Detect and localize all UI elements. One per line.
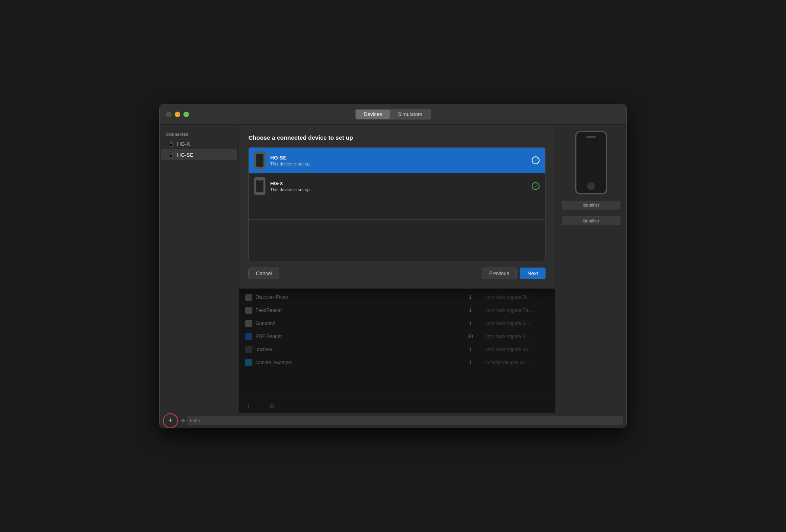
device-name-hg-se: HG-SE — [270, 155, 527, 161]
modal-footer: Cancel Previous Next — [248, 268, 546, 279]
devices-tab[interactable]: Devices — [356, 110, 390, 119]
traffic-lights — [166, 112, 189, 117]
device-info-hg-x: HG-X This device is set up. — [270, 180, 527, 192]
sidebar-item-hg-se[interactable]: 📱 HG-SE — [161, 149, 237, 160]
empty-row-3 — [249, 240, 545, 261]
modal-title: Choose a connected device to set up — [248, 134, 546, 141]
close-button[interactable] — [166, 112, 172, 117]
titlebar: Devices Simulators — [160, 104, 626, 125]
next-button[interactable]: Next — [520, 268, 546, 279]
device-info-hg-se: HG-SE This device is set up. — [270, 155, 527, 166]
identifier-box-top: Identifier — [562, 201, 620, 209]
bottom-bar: + ⊜ — [160, 413, 626, 428]
add-button-circle[interactable]: + — [163, 413, 178, 428]
connected-section-label: Connected — [160, 129, 238, 138]
empty-row-2 — [249, 220, 545, 240]
main-content: Connected 📱 HG-X 📱 HG-SE Choose a connec… — [160, 125, 626, 413]
btn-group-right: Previous Next — [482, 268, 546, 279]
sidebar-item-label-hg-se: HG-SE — [177, 152, 193, 158]
filter-icon: ⊜ — [181, 418, 185, 424]
phone-icon-hg-se: 📱 — [168, 152, 174, 158]
modal-overlay: Choose a connected device to set up HG-S… — [239, 125, 555, 413]
device-row-hg-x[interactable]: HG-X This device is set up. ✓ — [249, 173, 545, 199]
main-window: Devices Simulators Connected 📱 HG-X 📱 HG… — [159, 104, 627, 428]
empty-row-1 — [249, 199, 545, 220]
sidebar-item-label-hg-x: HG-X — [177, 141, 190, 147]
device-status-hg-se: This device is set up. — [270, 162, 527, 166]
filter-input[interactable] — [187, 416, 623, 425]
sidebar-item-hg-x[interactable]: 📱 HG-X — [161, 138, 237, 149]
device-row-hg-se[interactable]: HG-SE This device is set up. ✓ — [249, 148, 545, 173]
sidebar: Connected 📱 HG-X 📱 HG-SE — [160, 125, 239, 413]
modal-dialog: Choose a connected device to set up HG-S… — [239, 125, 555, 289]
devices-simulators-control: Devices Simulators — [355, 109, 431, 120]
phone-preview — [575, 131, 607, 194]
cancel-button[interactable]: Cancel — [248, 268, 279, 279]
center-area: Choose a connected device to set up HG-S… — [239, 125, 555, 413]
device-list: HG-SE This device is set up. ✓ HG-X — [248, 147, 546, 261]
right-panel: Identifier Identifier — [555, 125, 626, 413]
device-status-hg-x: This device is set up. — [270, 187, 527, 192]
maximize-button[interactable] — [183, 112, 189, 117]
device-check-hg-se: ✓ — [532, 156, 540, 164]
simulators-tab[interactable]: Simulators — [390, 110, 430, 119]
device-check-hg-x: ✓ — [532, 182, 540, 190]
previous-button[interactable]: Previous — [482, 268, 517, 279]
phone-icon-hg-x: 📱 — [168, 141, 174, 147]
modal-panel: Choose a connected device to set up HG-S… — [239, 125, 555, 413]
device-name-hg-x: HG-X — [270, 180, 527, 186]
minimize-button[interactable] — [175, 112, 180, 117]
identifier-box-bottom: Identifier — [562, 217, 620, 225]
device-phone-icon-hg-se — [254, 152, 265, 169]
device-phone-icon-hg-x — [254, 177, 265, 195]
